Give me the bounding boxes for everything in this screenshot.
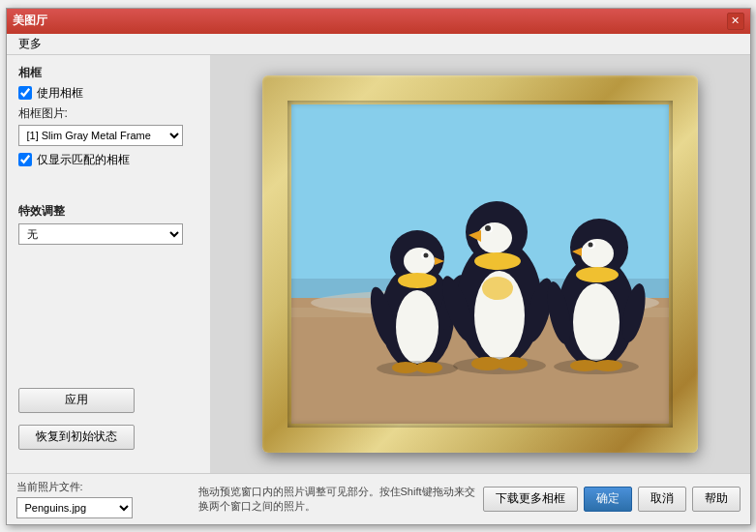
effect-section-title: 特效调整 (18, 203, 198, 220)
svg-point-19 (477, 222, 512, 253)
svg-point-23 (485, 225, 491, 231)
main-window: 美图厅 ✕ 更多 相框 使用相框 相框图片: [1] Slim Gra (6, 8, 751, 525)
menubar: 更多 (7, 34, 750, 55)
penguin-image (291, 104, 669, 424)
use-frame-row: 使用相框 (18, 85, 198, 102)
show-matching-label: 仅显示匹配的相框 (37, 152, 130, 168)
frame-section-title: 相框 (18, 65, 198, 81)
menu-item-more[interactable]: 更多 (15, 35, 45, 52)
file-select[interactable]: Penguins.jpg (16, 497, 133, 518)
use-frame-label: 使用相框 (37, 85, 83, 102)
svg-point-29 (573, 283, 620, 361)
bottom-buttons: 下载更多相框 确定 取消 帮助 (483, 487, 741, 512)
svg-point-8 (404, 248, 435, 275)
svg-point-39 (377, 361, 458, 376)
frame-select-row: [1] Slim Gray Metal Frame (18, 125, 198, 146)
right-panel (210, 55, 750, 473)
close-button[interactable]: ✕ (727, 13, 744, 30)
bottom-left: 当前照片文件: Penguins.jpg (16, 480, 191, 518)
confirm-button[interactable]: 确定 (584, 487, 632, 512)
bottom-hint: 拖动预览窗口内的照片调整可见部分。按住Shift键拖动来交换两个窗口之间的照片。 (198, 485, 475, 514)
svg-point-6 (396, 290, 438, 364)
show-matching-row: 仅显示匹配的相框 (18, 152, 198, 168)
cancel-button[interactable]: 取消 (638, 487, 686, 512)
frame-image-box (291, 104, 669, 424)
current-file-label: 当前照片文件: (16, 480, 191, 494)
frame-image-label: 相框图片: (18, 105, 198, 122)
apply-btn-container: 应用 恢复到初始状态 (18, 388, 198, 456)
frame-select[interactable]: [1] Slim Gray Metal Frame (18, 125, 183, 146)
svg-point-40 (453, 357, 546, 374)
download-frames-button[interactable]: 下载更多相框 (483, 487, 578, 512)
svg-point-21 (482, 277, 513, 300)
show-matching-checkbox[interactable] (18, 153, 32, 166)
svg-point-20 (474, 252, 521, 270)
use-frame-checkbox[interactable] (18, 86, 32, 100)
restore-button[interactable]: 恢复到初始状态 (18, 425, 135, 450)
svg-point-34 (588, 242, 592, 247)
help-button[interactable]: 帮助 (692, 487, 741, 512)
apply-button[interactable]: 应用 (18, 388, 135, 413)
titlebar: 美图厅 ✕ (7, 9, 750, 34)
content-area: 相框 使用相框 相框图片: [1] Slim Gray Metal Frame … (7, 55, 750, 473)
svg-point-32 (576, 267, 619, 282)
window-title: 美图厅 (13, 13, 47, 29)
left-panel: 相框 使用相框 相框图片: [1] Slim Gray Metal Frame … (7, 55, 210, 473)
svg-point-41 (554, 359, 639, 374)
svg-point-9 (398, 273, 437, 288)
svg-point-31 (581, 239, 614, 268)
bottom-bar: 当前照片文件: Penguins.jpg 拖动预览窗口内的照片调整可见部分。按住… (7, 473, 750, 524)
effect-select[interactable]: 无 (18, 223, 183, 245)
svg-point-11 (423, 252, 428, 257)
frame-section: 相框 使用相框 相框图片: [1] Slim Gray Metal Frame … (18, 65, 198, 172)
frame-preview (262, 75, 698, 453)
effect-select-row: 无 (18, 223, 198, 245)
effect-section: 特效调整 无 (18, 203, 198, 251)
